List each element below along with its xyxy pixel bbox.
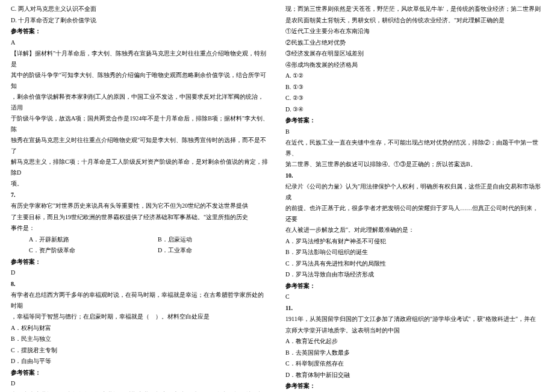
question-number: 11. [285,303,543,314]
option-b: B．去英国留学人数最多 [285,347,543,358]
answer-value: C [285,291,543,302]
right-column: 现；而第三世界则依然是'天苍苍，野茫茫，风吹草低见牛羊'，是传统的畜牧业经济；第… [277,0,554,392]
explanation-text: 在近代，民族工业一直在夹缝中生存，不可能出现占绝对优势的情况，排除②；由题干中第… [285,137,543,158]
answer-value: B [285,126,543,137]
option-b: B. ①③ [285,82,543,93]
question-number: 7. [11,190,269,201]
question-text: 有历史学家称它"对世界历史来说具有头等重要性，因为它不但为20世纪的不发达世界提… [11,201,269,211]
explanation-text: 【详解】据材料"十月革命后，李大钊、陈独秀在宣扬马克思主义时往往重点介绍唯物史观… [11,48,269,69]
option-c: C. 两人对马克思主义认识不全面 [11,4,269,14]
explanation-text: 项。 [11,178,269,189]
option-d: D．自由与平等 [11,356,269,367]
option-b: B．罗马法影响公司组织的诞生 [285,247,543,258]
option-d: D．工业革命 [140,245,269,256]
statement-2: ②民族工业占绝对优势 [285,37,543,48]
answer-label: 参考答案： [11,367,269,378]
answer-label: 参考答案： [11,257,269,267]
question-text: 了主要目标，而且为19世纪欧洲的世界霸权提供了经济基础和军事基础。"这里所指的历… [11,212,269,223]
statement-3: ③经济发展存在明显区域差别 [285,48,543,59]
answer-label: 参考答案： [285,281,543,291]
explanation-text: 其中的阶级斗争学"可知李大钊、陈独秀的介绍偏向于唯物史观而忽略剩余价值学说，结合… [11,70,269,91]
question-number: 8. [11,279,269,290]
question-text: ，幸福等同于智慧与德行；在启蒙时期，幸福就是（ ）。材料空白处应是 [11,311,269,322]
explanation-text: 独秀在宣扬马克思主义时往往重点介绍唯物史观"可知是李大钊、陈独秀宣传时的选择，而… [11,135,269,156]
statement-1: ①近代工业主要分布在东南沿海 [285,26,543,37]
option-d: D．罗马法导致自由市场经济形成 [285,269,543,280]
answer-value: D [11,267,269,278]
option-d: D. ③④ [285,104,543,115]
option-d: D．教育体制中新旧交融 [285,370,543,381]
question-text: 纪录片《公司的力量》认为"用法律保护个人权利，明确所有权归属，这些正是自由交易和… [285,181,543,202]
question-number: 10. [285,170,543,181]
answer-value: D [11,378,269,389]
option-b: B．启蒙运动 [140,234,269,245]
option-c: C．罗马法具有先进性和时代的局限性 [285,258,543,269]
question-text: 是农民面朝黄土背朝天，男耕女织，耕织结合的传统农业经济。"对此理解正确的是 [285,15,543,26]
answer-label: 参考答案： [285,115,543,126]
explanation-text: 第二世界、第三世界的叙述可以排除④。①③是正确的；所以答案选B。 [285,159,543,170]
statement-4: ④形成均衡发展的经济格局 [285,60,543,70]
left-column: C. 两人对马克思主义认识不全面 D. 十月革命否定了剩余价值学说 参考答案： … [0,0,277,392]
explanation-text: 于阶级斗争学说，故选A项；国共两党合作是1924年不是十月革命后，排除B项；据材… [11,113,269,134]
question-text: 1911年，从英国留学归国的丁文江参加了清政府组织的"游学毕业考试"，获"格致科… [285,314,543,325]
explanation-text: 解马克思主义，排除C项；十月革命是工人阶级反对资产阶级的革命，是对剩余价值说的肯… [11,157,269,178]
explanation-text: ，剩余价值学说解释资本家剥削工人的原因，中国工业不发达，中国要求反对北洋军阀的统… [11,92,269,113]
answer-label: 参考答案： [11,26,269,37]
option-a: A．罗马法维护私有财产神圣不可侵犯 [285,236,543,247]
option-b: B．民主与独立 [11,334,269,344]
option-c: C．摆脱君主专制 [11,345,269,356]
option-row: A．开辟新航路 B．启蒙运动 [11,234,269,245]
explanation-text: 本题考查启蒙运动。结合所学知识启蒙运动时期启蒙思想家们主张天赋人权，自由平等，社… [11,390,269,393]
option-a: A．教育近代化起步 [285,336,543,347]
option-row: C．资产阶级革命 D．工业革命 [11,245,269,256]
question-text: 的前提。也许正基于此，很多学者才把发明公司的荣耀归于罗马人……但真正公司时代的到… [285,203,543,224]
question-text: 京师大学堂开讲地质学。这表明当时的中国 [285,325,543,336]
question-text: 有学者在总结西方两千多年的幸福观时说，在荷马时期，幸福就是幸运；在古希腊哲学家所… [11,290,269,311]
option-a: A. ①② [285,70,543,81]
option-c: C. ②③ [285,93,543,104]
option-c: C．资产阶级革命 [11,245,140,256]
option-d: D. 十月革命否定了剩余价值学说 [11,15,269,26]
option-c: C．科举制度依然存在 [285,358,543,369]
answer-value: A [11,37,269,48]
question-text: 在人被进一步解放之后"。对此理解最准确的是： [285,225,543,235]
question-text: 事件是： [11,223,269,234]
option-a: A．权利与财富 [11,323,269,334]
answer-label: 参考答案： [285,381,543,391]
question-text: 现；而第三世界则依然是'天苍苍，野茫茫，风吹草低见牛羊'，是传统的畜牧业经济；第… [285,4,543,14]
option-a: A．开辟新航路 [11,234,140,245]
